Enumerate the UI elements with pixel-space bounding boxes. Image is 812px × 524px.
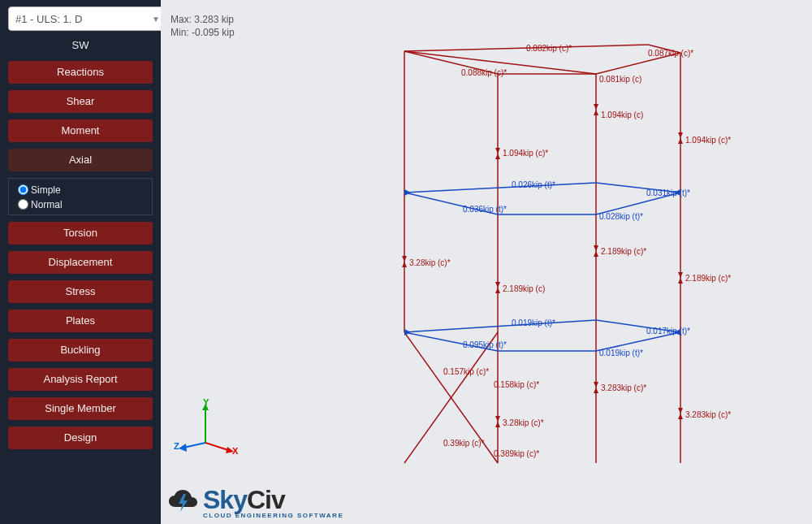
svg-marker-38 xyxy=(594,382,598,388)
axis-y-label: Y xyxy=(203,397,209,407)
cloud-bolt-icon xyxy=(167,489,200,515)
svg-marker-42 xyxy=(404,189,411,196)
axial-value: 0.389kip (c)* xyxy=(494,449,539,458)
radio-normal-input[interactable] xyxy=(18,199,28,210)
radio-normal-label: Normal xyxy=(31,199,63,210)
axial-value: 3.283kip (c)* xyxy=(685,410,731,419)
axial-value: 0.017kip (t)* xyxy=(646,327,690,336)
single-member-button[interactable]: Single Member xyxy=(8,397,153,420)
shear-button[interactable]: Shear xyxy=(8,90,153,113)
svg-marker-30 xyxy=(495,282,500,288)
axial-value: 2.189kip (c)* xyxy=(601,247,646,256)
axis-x-label: X xyxy=(232,446,238,456)
structure-svg xyxy=(161,0,812,524)
axial-value: 0.088kip (c)* xyxy=(461,68,507,77)
svg-marker-23 xyxy=(495,154,500,159)
svg-marker-28 xyxy=(402,256,407,262)
svg-marker-22 xyxy=(495,148,500,154)
axial-value: 2.189kip (c) xyxy=(503,284,545,293)
axial-value: 0.158kip (c)* xyxy=(494,380,539,389)
viewport-canvas[interactable]: Max: 3.283 kip Min: -0.095 kip xyxy=(161,0,812,524)
svg-marker-39 xyxy=(594,388,598,393)
svg-marker-29 xyxy=(402,262,407,267)
svg-marker-44 xyxy=(404,329,411,336)
stress-button[interactable]: Stress xyxy=(8,280,153,303)
load-case-dropdown[interactable]: #1 - ULS: 1. D ▼ xyxy=(8,6,167,31)
plates-button[interactable]: Plates xyxy=(8,310,153,332)
axis-widget[interactable]: Y X Z xyxy=(177,402,234,459)
chevron-down-icon: ▼ xyxy=(152,15,160,24)
axial-value: 0.087kip (c)* xyxy=(648,49,693,58)
axial-value: 3.28kip (c)* xyxy=(409,258,451,267)
axial-value: 0.028kip (t)* xyxy=(599,212,643,221)
axial-value: 3.28kip (c)* xyxy=(503,418,544,427)
axial-button[interactable]: Axial xyxy=(8,149,153,171)
radio-simple[interactable]: Simple xyxy=(14,182,147,197)
axial-value: 0.019kip (t)* xyxy=(512,318,555,327)
sidebar: #1 - ULS: 1. D ▼ SW Reactions Shear Mome… xyxy=(0,0,161,524)
svg-marker-25 xyxy=(594,110,598,115)
axial-value: 0.081kip (c) xyxy=(599,75,641,84)
axial-value: 0.095kip (t)* xyxy=(463,340,507,349)
brand-logo: SkyCiv CLOUD ENGINEERING SOFTWARE xyxy=(167,485,343,519)
axial-value: 1.094kip (c)* xyxy=(503,149,548,158)
svg-marker-26 xyxy=(678,132,683,138)
axial-value: 1.094kip (c)* xyxy=(685,136,731,145)
axial-value: 0.157kip (c)* xyxy=(443,367,489,376)
svg-marker-27 xyxy=(678,138,683,144)
radio-normal[interactable]: Normal xyxy=(14,197,147,211)
svg-marker-36 xyxy=(495,416,500,422)
svg-marker-32 xyxy=(594,245,598,251)
radio-simple-label: Simple xyxy=(31,184,61,196)
axial-mode-radio-group: Simple Normal xyxy=(8,178,153,215)
dropdown-selected: #1 - ULS: 1. D xyxy=(15,13,82,25)
axial-value: 0.026kip (t)* xyxy=(512,180,555,189)
svg-marker-41 xyxy=(678,414,683,419)
svg-marker-51 xyxy=(179,444,187,452)
moment-button[interactable]: Moment xyxy=(8,119,153,142)
axial-value: 0.019kip (t)* xyxy=(599,349,643,357)
svg-line-14 xyxy=(404,183,596,193)
svg-marker-24 xyxy=(594,104,598,110)
svg-line-50 xyxy=(184,443,205,448)
radio-simple-input[interactable] xyxy=(18,184,28,195)
axial-value: 3.283kip (c)* xyxy=(601,383,646,392)
brand-tagline: CLOUD ENGINEERING SOFTWARE xyxy=(203,512,343,519)
buckling-button[interactable]: Buckling xyxy=(8,339,153,362)
reactions-button[interactable]: Reactions xyxy=(8,61,153,84)
svg-line-19 xyxy=(404,320,596,332)
sw-label: SW xyxy=(8,39,153,51)
displacement-button[interactable]: Displacement xyxy=(8,251,153,274)
svg-marker-35 xyxy=(678,278,683,284)
axial-value: 1.094kip (c) xyxy=(601,110,643,119)
svg-marker-37 xyxy=(495,422,500,427)
brand-text: SkyCiv xyxy=(203,485,343,515)
torsion-button[interactable]: Torsion xyxy=(8,222,153,245)
svg-marker-31 xyxy=(495,288,500,293)
svg-marker-34 xyxy=(678,272,683,278)
axis-z-label: Z xyxy=(174,441,179,451)
svg-marker-40 xyxy=(678,408,683,414)
axial-value: 0.39kip (c)* xyxy=(443,439,485,448)
axial-value: 2.189kip (c)* xyxy=(685,274,731,283)
design-button[interactable]: Design xyxy=(8,427,153,449)
analysis-report-button[interactable]: Analysis Report xyxy=(8,368,153,391)
axial-value: 0.082kip (c)* xyxy=(526,44,572,53)
axial-value: 0.036kip (t)* xyxy=(463,205,507,214)
axial-value: 0.031kip (t)* xyxy=(646,188,690,197)
brand-text-civ: Civ xyxy=(247,485,285,514)
svg-marker-33 xyxy=(594,251,598,257)
brand-text-sky: Sky xyxy=(203,485,247,514)
